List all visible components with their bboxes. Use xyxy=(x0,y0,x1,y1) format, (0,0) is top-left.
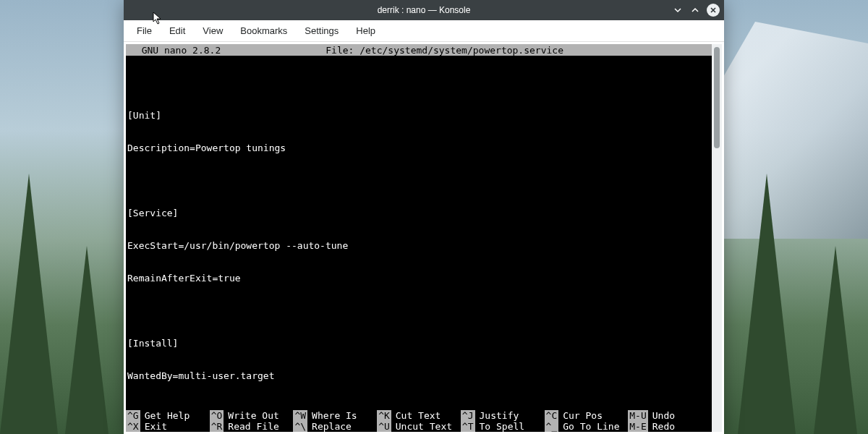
nano-file-label: File: /etc/systemd/system/powertop.servi… xyxy=(221,45,668,56)
shortcut-exit: ^XExit xyxy=(126,421,210,432)
file-line: WantedBy=multi-user.target xyxy=(127,370,710,381)
menubar: File Edit View Bookmarks Settings Help xyxy=(124,20,724,42)
shortcut-where-is: ^WWhere Is xyxy=(293,410,377,421)
close-button[interactable] xyxy=(707,4,720,17)
chevron-down-icon xyxy=(673,6,682,14)
chevron-up-icon xyxy=(691,6,699,14)
menu-edit[interactable]: Edit xyxy=(162,22,192,39)
file-line: [Service] xyxy=(127,208,710,218)
scrollbar-thumb[interactable] xyxy=(714,47,720,148)
window-titlebar[interactable]: derrik : nano — Konsole xyxy=(124,0,724,20)
shortcut-go-to-line: ^_Go To Line xyxy=(545,421,629,432)
konsole-window: derrik : nano — Konsole File Edit View B… xyxy=(124,0,724,434)
nano-shortcut-bar: ^GGet Help ^OWrite Out ^WWhere Is ^KCut … xyxy=(126,410,712,432)
nano-version: GNU nano 2.8.2 xyxy=(126,45,221,56)
file-line: ExecStart=/usr/bin/powertop --auto-tune xyxy=(127,240,710,251)
maximize-button[interactable] xyxy=(689,4,701,16)
shortcut-justify: ^JJustify xyxy=(461,410,545,421)
close-icon xyxy=(710,7,717,14)
nano-titlebar: GNU nano 2.8.2 File: /etc/systemd/system… xyxy=(126,44,712,56)
menu-settings[interactable]: Settings xyxy=(297,22,346,39)
file-line: [Unit] xyxy=(127,110,710,121)
terminal[interactable]: GNU nano 2.8.2 File: /etc/systemd/system… xyxy=(126,44,712,432)
file-line: [Install] xyxy=(127,338,710,349)
file-line: RemainAfterExit=true xyxy=(127,273,710,284)
shortcut-redo: M-ERedo xyxy=(628,421,712,432)
menu-file[interactable]: File xyxy=(129,22,159,39)
file-line xyxy=(127,175,710,186)
shortcut-read-file: ^RRead File xyxy=(210,421,294,432)
file-line xyxy=(127,305,710,316)
terminal-container: GNU nano 2.8.2 File: /etc/systemd/system… xyxy=(124,42,724,434)
vertical-scrollbar[interactable] xyxy=(712,44,722,432)
shortcut-undo: M-UUndo xyxy=(628,410,712,421)
menu-view[interactable]: View xyxy=(195,22,230,39)
minimize-button[interactable] xyxy=(672,4,684,16)
file-line: Description=Powertop tunings xyxy=(127,142,710,153)
shortcut-replace: ^\Replace xyxy=(293,421,377,432)
menu-bookmarks[interactable]: Bookmarks xyxy=(233,22,294,39)
shortcut-get-help: ^GGet Help xyxy=(126,410,210,421)
mouse-cursor-icon xyxy=(153,12,163,25)
shortcut-to-spell: ^TTo Spell xyxy=(461,421,545,432)
window-controls xyxy=(672,0,720,20)
shortcut-write-out: ^OWrite Out xyxy=(210,410,294,421)
shortcut-cut-text: ^KCut Text xyxy=(377,410,461,421)
nano-editor-content[interactable]: [Unit] Description=Powertop tunings [Ser… xyxy=(126,56,712,410)
window-title: derrik : nano — Konsole xyxy=(124,5,724,15)
shortcut-cur-pos: ^CCur Pos xyxy=(545,410,629,421)
menu-help[interactable]: Help xyxy=(349,22,383,39)
shortcut-uncut-text: ^UUncut Text xyxy=(377,421,461,432)
